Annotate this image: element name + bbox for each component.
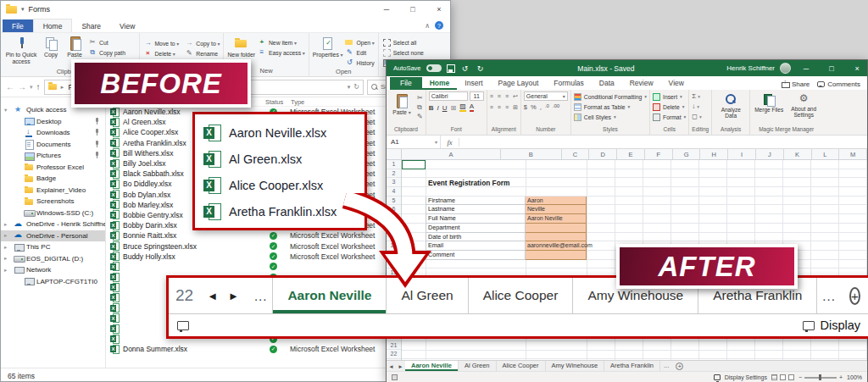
ribbon-tab[interactable]: Data bbox=[592, 77, 622, 90]
column-header-status[interactable]: Status bbox=[265, 98, 291, 106]
sheet-tab[interactable]: Alice Cooper bbox=[497, 361, 546, 371]
sidebar-item[interactable]: Network bbox=[1, 264, 105, 276]
copy-icon[interactable]: ⧉ bbox=[417, 104, 423, 111]
cut-icon[interactable]: ✂ bbox=[417, 95, 423, 102]
ribbon-button[interactable]: Select none bbox=[382, 48, 432, 57]
row-header[interactable]: 2 bbox=[387, 169, 401, 179]
form-value-cell[interactable] bbox=[526, 251, 587, 260]
ribbon-button[interactable]: New item bbox=[258, 38, 305, 47]
ribbon-button[interactable]: Move to bbox=[143, 39, 179, 47]
excel-close-button[interactable] bbox=[847, 60, 867, 76]
ribbon-button[interactable]: Rename bbox=[185, 49, 220, 58]
page-layout-view-icon[interactable] bbox=[780, 374, 786, 380]
hidden-tabs-ellipsis[interactable]: ... bbox=[822, 289, 836, 303]
avatar[interactable] bbox=[780, 63, 791, 74]
cells-button[interactable]: Delete bbox=[653, 102, 686, 112]
excel-minimize-button[interactable] bbox=[796, 60, 816, 76]
hidden-tabs-ellipsis[interactable]: ... bbox=[254, 289, 268, 303]
sidebar-item[interactable]: EOS_DIGITAL (D:) bbox=[1, 253, 105, 265]
ribbon-tab[interactable]: Review bbox=[622, 77, 661, 90]
font-name-select[interactable]: Calibri bbox=[429, 91, 468, 101]
ribbon-tab[interactable]: View bbox=[110, 19, 144, 32]
cells-button[interactable]: Format bbox=[653, 112, 686, 122]
zoom-level[interactable]: 100% bbox=[847, 374, 862, 380]
page-break-view-icon[interactable] bbox=[788, 374, 794, 380]
form-value-cell[interactable] bbox=[526, 224, 587, 233]
row-header[interactable]: 8 bbox=[387, 224, 401, 233]
number-format-select[interactable]: General bbox=[524, 91, 568, 101]
style-button[interactable]: Cell Styles bbox=[574, 112, 647, 122]
sidebar-item[interactable]: Downloads bbox=[1, 127, 105, 139]
font-color-icon[interactable]: A bbox=[470, 103, 474, 112]
selected-cell-a1[interactable] bbox=[402, 160, 426, 169]
sidebar-item[interactable]: LAPTOP-CFGT1TI0 bbox=[1, 276, 105, 288]
align-middle-icon[interactable]: ≡ bbox=[498, 93, 501, 100]
form-label-cell[interactable]: Firstname bbox=[426, 197, 526, 206]
accounting-format-icon[interactable]: $ bbox=[524, 103, 527, 111]
sidebar-item[interactable]: OneDrive - Personal bbox=[1, 230, 105, 242]
maximize-button[interactable] bbox=[402, 1, 424, 18]
column-header[interactable]: C bbox=[562, 149, 590, 159]
form-title-cell[interactable]: Event Registration Form bbox=[428, 179, 509, 188]
style-button[interactable]: Format as Table bbox=[574, 102, 647, 112]
ribbon-button[interactable]: Copy bbox=[40, 35, 62, 67]
form-value-cell[interactable] bbox=[526, 233, 587, 242]
form-value-cell[interactable]: Aaron Neville bbox=[526, 214, 587, 224]
form-row[interactable]: Email aaronneville@email.com bbox=[426, 241, 587, 251]
row-header[interactable]: 10 bbox=[387, 241, 401, 251]
forward-button[interactable] bbox=[18, 82, 26, 91]
row-header[interactable]: 12 bbox=[387, 260, 401, 269]
select-all-corner[interactable] bbox=[387, 149, 402, 160]
borders-icon[interactable]: ⊞ bbox=[451, 104, 457, 112]
sidebar-item[interactable]: Badge bbox=[1, 173, 105, 185]
column-header[interactable]: I bbox=[728, 149, 756, 159]
sidebar-item[interactable]: OneDrive - Henrik Schiffner bbox=[1, 219, 105, 230]
form-row[interactable]: Date of birth bbox=[426, 233, 587, 242]
form-label-cell[interactable]: Comment bbox=[426, 251, 526, 260]
column-header[interactable]: F bbox=[645, 149, 673, 159]
align-bottom-icon[interactable]: ≡ bbox=[505, 93, 509, 100]
comma-format-icon[interactable]: , bbox=[540, 103, 542, 111]
ribbon-tab[interactable]: Home bbox=[33, 19, 73, 32]
column-header[interactable]: H bbox=[700, 149, 728, 159]
sidebar-item[interactable]: Pictures bbox=[1, 150, 105, 162]
sheet-tab[interactable]: Aretha Franklin bbox=[604, 361, 660, 371]
form-label-cell[interactable]: Email bbox=[426, 241, 526, 251]
hidden-tabs-ellipsis[interactable]: ... bbox=[660, 361, 672, 371]
row-header[interactable]: 1 bbox=[387, 160, 401, 169]
font-size-select[interactable]: 11 bbox=[470, 91, 484, 101]
expand-icon[interactable] bbox=[4, 232, 11, 239]
form-row[interactable]: Department bbox=[426, 224, 587, 233]
sidebar-item[interactable]: Documents bbox=[1, 139, 105, 151]
column-header[interactable]: D bbox=[589, 149, 617, 159]
zoom-slider[interactable] bbox=[804, 377, 837, 379]
analyze-data-button[interactable]: Analyze Data bbox=[715, 91, 747, 125]
percent-format-icon[interactable]: % bbox=[531, 103, 537, 111]
italic-button[interactable]: I bbox=[437, 104, 438, 112]
sidebar-item[interactable]: Screenshots bbox=[1, 196, 105, 208]
row-header[interactable]: 21 bbox=[387, 341, 401, 351]
ribbon-button[interactable]: Edit bbox=[345, 48, 374, 57]
bold-button[interactable]: B bbox=[429, 104, 434, 112]
expand-icon[interactable] bbox=[4, 267, 11, 274]
form-label-cell[interactable]: Date of birth bbox=[426, 233, 526, 242]
ribbon-tab[interactable]: File bbox=[390, 77, 422, 90]
comments-button[interactable]: Comments bbox=[817, 80, 860, 88]
row-header[interactable]: 6 bbox=[387, 205, 401, 214]
quick-access-toolbar-icon[interactable] bbox=[21, 6, 25, 13]
excel-maximize-button[interactable] bbox=[821, 60, 842, 76]
minimize-button[interactable] bbox=[376, 1, 398, 18]
collapse-ribbon-icon[interactable] bbox=[425, 22, 430, 30]
fill-color-icon[interactable]: ▨ bbox=[459, 103, 466, 112]
column-headers[interactable]: ABCDEFGHIJKLM bbox=[402, 149, 867, 160]
form-value-cell[interactable]: aaronneville@email.com bbox=[526, 241, 587, 251]
zoom-out-icon[interactable]: − bbox=[798, 374, 802, 380]
ribbon-tab[interactable]: Home bbox=[422, 77, 458, 90]
row-header[interactable]: 22 bbox=[387, 350, 401, 359]
new-sheet-button[interactable]: + bbox=[676, 363, 683, 370]
ribbon-button[interactable]: Delete bbox=[143, 49, 179, 58]
ribbon-button[interactable]: Properties bbox=[313, 35, 343, 67]
row-header[interactable]: 9 bbox=[387, 233, 401, 242]
form-label-cell[interactable]: Full Name bbox=[426, 214, 526, 224]
share-button[interactable]: Share bbox=[782, 80, 810, 88]
